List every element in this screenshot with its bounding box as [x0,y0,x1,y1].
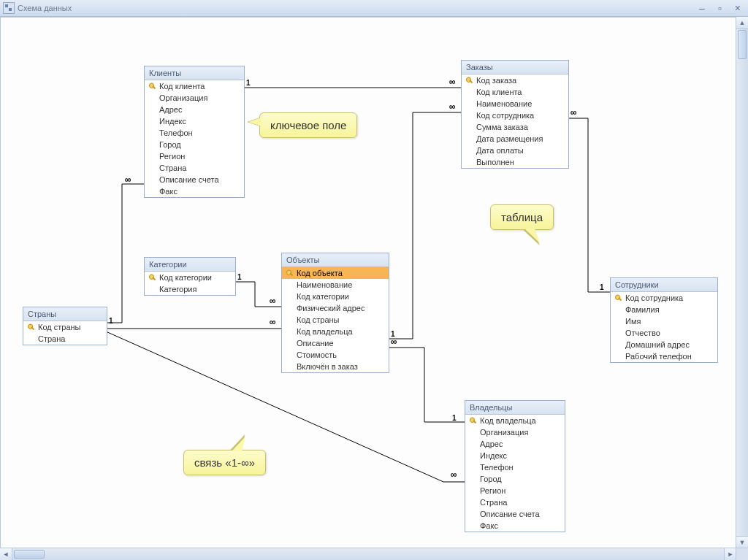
scroll-left-button[interactable]: ◄ [0,548,12,560]
field-row[interactable]: Код заказа [462,74,568,86]
field-row[interactable]: Телефон [465,461,565,473]
field-name: Домашний адрес [625,340,690,350]
table-title[interactable]: Страны [23,307,107,321]
field-row[interactable]: Код страны [282,314,389,326]
field-row[interactable]: Индекс [145,115,244,127]
relationship-canvas[interactable]: 1 ∞ ∞ ∞ 1 ∞ 1 ∞ 1 ∞ ∞ 1 ∞ 1 Страны Код с… [0,17,736,548]
field-row[interactable]: Код объекта [282,267,389,279]
field-row[interactable]: Наименование [462,98,568,110]
field-row[interactable]: Код клиента [462,86,568,98]
field-row[interactable]: Регион [465,485,565,496]
field-name: Город [159,139,181,150]
field-row[interactable]: Категория [145,283,235,295]
restore-button[interactable]: ▫ [718,2,722,14]
field-row[interactable]: Адрес [145,104,244,115]
field-row[interactable]: Домашний адрес [611,339,717,350]
field-row[interactable]: Сумма заказа [462,121,568,133]
primary-key-icon [283,269,297,277]
table-clients[interactable]: Клиенты Код клиентаОрганизацияАдресИндек… [144,66,245,198]
field-row[interactable]: Код категории [145,272,235,283]
rel-inf: ∞ [125,177,131,183]
vscroll-thumb[interactable] [738,30,747,59]
field-name: Код страны [297,315,340,325]
table-title[interactable]: Клиенты [145,66,244,80]
field-list: Код страныСтрана [23,321,107,345]
field-row[interactable]: Имя [611,315,717,327]
primary-key-icon [146,83,159,90]
field-row[interactable]: Код владельца [465,415,565,426]
table-objects[interactable]: Объекты Код объектаНаименованиеКод катег… [281,253,389,373]
scroll-right-button[interactable]: ► [724,548,736,560]
field-row[interactable]: Код сотрудника [462,110,568,121]
field-name: Включён в заказ [297,361,358,372]
table-employees[interactable]: Сотрудники Код сотрудникаФамилияИмяОтчес… [610,277,718,363]
callout-keyfield: ключевое поле [259,112,357,138]
field-row[interactable]: Факс [145,185,244,197]
field-name: Город [480,474,502,484]
field-row[interactable]: Адрес [465,438,565,450]
field-row[interactable]: Код сотрудника [611,292,717,304]
hscroll-thumb[interactable] [14,550,45,559]
field-list: Код сотрудникаФамилияИмяОтчествоДомашний… [611,292,717,362]
field-row[interactable]: Телефон [145,127,244,139]
table-title[interactable]: Сотрудники [611,278,717,292]
field-row[interactable]: Дата размещения [462,133,568,145]
field-row[interactable]: Описание счета [465,508,565,520]
field-row[interactable]: Рабочий телефон [611,350,717,362]
field-row[interactable]: Код категории [282,291,389,302]
field-name: Страна [480,497,507,507]
field-row[interactable]: Отчество [611,327,717,339]
field-row[interactable]: Организация [145,92,244,104]
table-title[interactable]: Владельцы [465,401,565,415]
field-name: Организация [480,427,528,437]
table-title[interactable]: Заказы [462,61,568,74]
field-name: Дата оплаты [476,145,524,156]
field-row[interactable]: Страна [465,496,565,508]
field-name: Индекс [159,116,186,126]
field-list: Код объектаНаименованиеКод категорииФизи… [282,267,389,372]
field-list: Код категорииКатегория [145,272,235,295]
rel-inf: ∞ [391,339,397,345]
field-name: Телефон [480,462,514,472]
field-row[interactable]: Дата оплаты [462,145,568,156]
primary-key-icon [467,417,480,424]
scroll-down-button[interactable]: ▼ [736,536,748,548]
table-categories[interactable]: Категории Код категорииКатегория [144,257,236,296]
field-row[interactable]: Описание [282,337,389,349]
field-name: Код сотрудника [476,110,534,120]
field-row[interactable]: Город [145,139,244,150]
table-title[interactable]: Объекты [282,253,389,267]
field-row[interactable]: Код владельца [282,326,389,337]
field-name: Страна [38,334,65,344]
field-row[interactable]: Стоимость [282,349,389,361]
minimize-button[interactable]: – [699,2,705,14]
field-name: Описание [297,338,334,348]
field-row[interactable]: Организация [465,426,565,438]
table-countries[interactable]: Страны Код страныСтрана [23,307,107,345]
field-row[interactable]: Описание счета [145,174,244,185]
field-row[interactable]: Город [465,473,565,485]
field-row[interactable]: Регион [145,150,244,162]
table-orders[interactable]: Заказы Код заказаКод клиентаНаименование… [461,60,569,169]
field-row[interactable]: Факс [465,520,565,532]
field-row[interactable]: Страна [23,333,107,345]
scroll-up-button[interactable]: ▲ [736,17,748,29]
table-title[interactable]: Категории [145,258,235,272]
close-button[interactable]: × [735,2,741,14]
primary-key-icon [612,294,625,302]
table-owners[interactable]: Владельцы Код владельцаОрганизацияАдресИ… [465,400,565,532]
field-name: Описание счета [480,509,540,519]
field-row[interactable]: Физический адрес [282,302,389,314]
field-row[interactable]: Страна [145,162,244,174]
field-row[interactable]: Код страны [23,321,107,333]
field-row[interactable]: Выполнен [462,156,568,168]
horizontal-scrollbar[interactable]: ◄ ► [0,548,736,560]
field-row[interactable]: Включён в заказ [282,361,389,372]
field-row[interactable]: Наименование [282,279,389,291]
vertical-scrollbar[interactable]: ▲ ▼ [736,17,748,548]
rel-inf: ∞ [451,472,457,477]
field-row[interactable]: Код клиента [145,80,244,92]
rel-1: 1 [246,79,251,87]
field-row[interactable]: Индекс [465,450,565,461]
field-row[interactable]: Фамилия [611,304,717,315]
